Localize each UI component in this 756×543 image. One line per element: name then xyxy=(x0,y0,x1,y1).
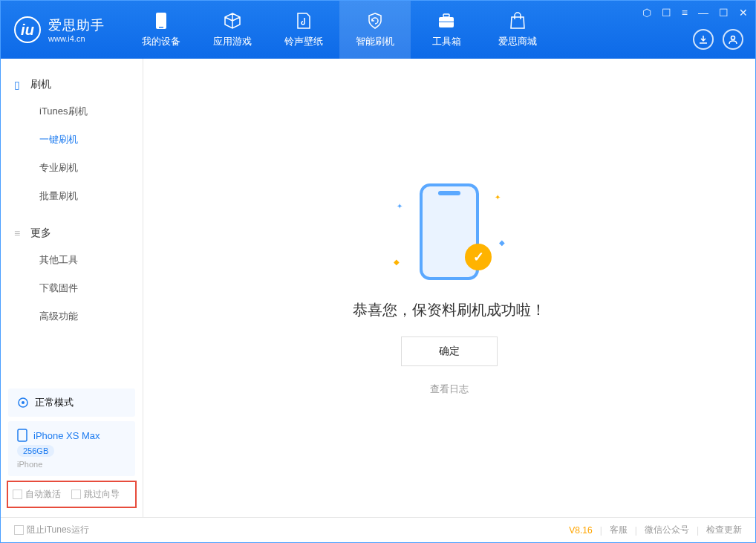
cube-icon xyxy=(224,11,241,30)
logo-icon: iu xyxy=(14,16,41,43)
checkbox-label: 自动激活 xyxy=(25,488,61,501)
device-name: iPhone XS Max xyxy=(33,430,100,441)
phone-icon xyxy=(155,11,167,30)
sidebar-item-itunes-flash[interactable]: iTunes刷机 xyxy=(1,97,143,126)
sidebar-heading-flash: ▯ 刷机 xyxy=(1,72,143,97)
phone-small-icon: ▯ xyxy=(14,79,25,91)
app-body: ▯ 刷机 iTunes刷机 一键刷机 专业刷机 批量刷机 ≡ 更多 其他工具 下… xyxy=(1,59,755,517)
sparkle-icon: ◆ xyxy=(499,238,505,247)
app-url: www.i4.cn xyxy=(48,34,105,43)
sidebar-section-more: ≡ 更多 其他工具 下载固件 高级功能 xyxy=(1,221,143,331)
close-button[interactable]: ✕ xyxy=(739,7,748,19)
skin-icon[interactable]: ⬡ xyxy=(642,7,651,19)
nav-label: 爱思商城 xyxy=(498,35,537,48)
nav-label: 我的设备 xyxy=(142,35,180,48)
sidebar-item-oneclick-flash[interactable]: 一键刷机 xyxy=(1,126,143,154)
nav-store[interactable]: 爱思商城 xyxy=(482,1,553,59)
mode-icon xyxy=(17,397,29,409)
briefcase-icon xyxy=(437,11,455,30)
version-label: V8.16 xyxy=(569,525,592,536)
device-type: iPhone xyxy=(17,460,42,469)
device-info-box[interactable]: iPhone XS Max 256GB iPhone xyxy=(8,421,135,476)
separator: | xyxy=(600,525,602,536)
svg-point-7 xyxy=(22,401,25,404)
view-log-link[interactable]: 查看日志 xyxy=(430,383,469,396)
checkbox-box xyxy=(13,490,22,499)
sidebar-heading-label: 刷机 xyxy=(30,78,51,91)
separator: | xyxy=(697,525,699,536)
sidebar-item-other-tools[interactable]: 其他工具 xyxy=(1,246,143,274)
nav-toolbox[interactable]: 工具箱 xyxy=(411,1,482,59)
nav-my-device[interactable]: 我的设备 xyxy=(126,1,197,59)
checkbox-box xyxy=(71,490,81,499)
success-message: 恭喜您，保资料刷机成功啦！ xyxy=(353,300,546,320)
main-content: ✓ ✦ ◆ ✦ ◆ 恭喜您，保资料刷机成功啦！ 确定 查看日志 xyxy=(143,59,755,517)
svg-rect-3 xyxy=(443,14,449,17)
checkbox-label: 阻止iTunes运行 xyxy=(27,524,89,536)
sidebar-heading-label: 更多 xyxy=(30,227,51,240)
download-button[interactable] xyxy=(693,29,714,50)
device-mode-box[interactable]: 正常模式 xyxy=(8,388,135,417)
header-right-buttons xyxy=(693,29,743,50)
nav-label: 铃声壁纸 xyxy=(284,35,323,48)
nav-smart-flash[interactable]: 智能刷机 xyxy=(339,1,411,59)
sparkle-icon: ◆ xyxy=(394,258,400,266)
sidebar-heading-more: ≡ 更多 xyxy=(1,221,143,246)
refresh-shield-icon xyxy=(366,11,384,30)
sidebar-item-advanced[interactable]: 高级功能 xyxy=(1,302,143,331)
separator: | xyxy=(635,525,637,536)
checkbox-skip-guide[interactable]: 跳过向导 xyxy=(71,488,120,501)
logo-area: iu 爱思助手 www.i4.cn xyxy=(1,16,118,43)
footer-left: 阻止iTunes运行 xyxy=(14,524,89,536)
minimize-button[interactable]: ― xyxy=(698,7,708,19)
nav-label: 智能刷机 xyxy=(356,35,394,48)
menu-icon[interactable]: ≡ xyxy=(682,7,688,19)
checkbox-box xyxy=(14,525,24,535)
device-storage: 256GB xyxy=(17,445,54,457)
svg-rect-4 xyxy=(439,22,454,22)
logo-text: 爱思助手 www.i4.cn xyxy=(48,16,105,43)
svg-rect-0 xyxy=(156,13,166,29)
footer-link-update[interactable]: 检查更新 xyxy=(706,524,742,536)
sidebar-item-batch-flash[interactable]: 批量刷机 xyxy=(1,182,143,210)
svg-rect-1 xyxy=(159,27,163,28)
shopping-bag-icon xyxy=(509,11,526,30)
svg-point-5 xyxy=(731,36,735,40)
device-icon xyxy=(17,429,27,442)
nav-label: 工具箱 xyxy=(432,35,461,48)
svg-rect-8 xyxy=(18,429,27,441)
sidebar-section-flash: ▯ 刷机 iTunes刷机 一键刷机 专业刷机 批量刷机 xyxy=(1,72,143,210)
main-nav: 我的设备 应用游戏 铃声壁纸 智能刷机 工具箱 爱思商城 xyxy=(126,1,553,59)
checkbox-label: 跳过向导 xyxy=(84,488,120,501)
app-footer: 阻止iTunes运行 V8.16 | 客服 | 微信公众号 | 检查更新 xyxy=(1,517,755,542)
checkmark-badge-icon: ✓ xyxy=(465,244,492,270)
nav-apps-games[interactable]: 应用游戏 xyxy=(197,1,268,59)
app-name: 爱思助手 xyxy=(48,16,105,34)
list-icon: ≡ xyxy=(14,227,25,239)
sidebar: ▯ 刷机 iTunes刷机 一键刷机 专业刷机 批量刷机 ≡ 更多 其他工具 下… xyxy=(1,59,143,517)
feedback-icon[interactable]: ☐ xyxy=(662,7,671,19)
checkbox-block-itunes[interactable]: 阻止iTunes运行 xyxy=(14,524,89,536)
footer-link-wechat[interactable]: 微信公众号 xyxy=(645,524,689,536)
checkbox-auto-activate[interactable]: 自动激活 xyxy=(13,488,61,501)
music-file-icon xyxy=(296,11,311,30)
app-header: iu 爱思助手 www.i4.cn 我的设备 应用游戏 铃声壁纸 智能刷机 工具… xyxy=(1,1,755,59)
maximize-button[interactable]: ☐ xyxy=(719,7,729,19)
nav-label: 应用游戏 xyxy=(213,35,252,48)
sidebar-item-download-firmware[interactable]: 下载固件 xyxy=(1,274,143,302)
sparkle-icon: ✦ xyxy=(397,202,403,210)
flash-options-row: 自动激活 跳过向导 xyxy=(7,481,137,508)
sidebar-item-pro-flash[interactable]: 专业刷机 xyxy=(1,154,143,182)
ok-button[interactable]: 确定 xyxy=(401,336,498,366)
success-illustration: ✓ ✦ ◆ ✦ ◆ xyxy=(401,180,498,284)
user-button[interactable] xyxy=(723,29,743,50)
footer-right: V8.16 | 客服 | 微信公众号 | 检查更新 xyxy=(569,524,742,536)
mode-label: 正常模式 xyxy=(35,396,74,409)
window-controls: ⬡ ☐ ≡ ― ☐ ✕ xyxy=(642,7,748,19)
sidebar-bottom: 正常模式 iPhone XS Max 256GB iPhone 自动激活 跳过向… xyxy=(1,384,143,517)
sparkle-icon: ✦ xyxy=(495,193,501,201)
nav-ringtones[interactable]: 铃声壁纸 xyxy=(268,1,339,59)
footer-link-support[interactable]: 客服 xyxy=(610,524,628,536)
